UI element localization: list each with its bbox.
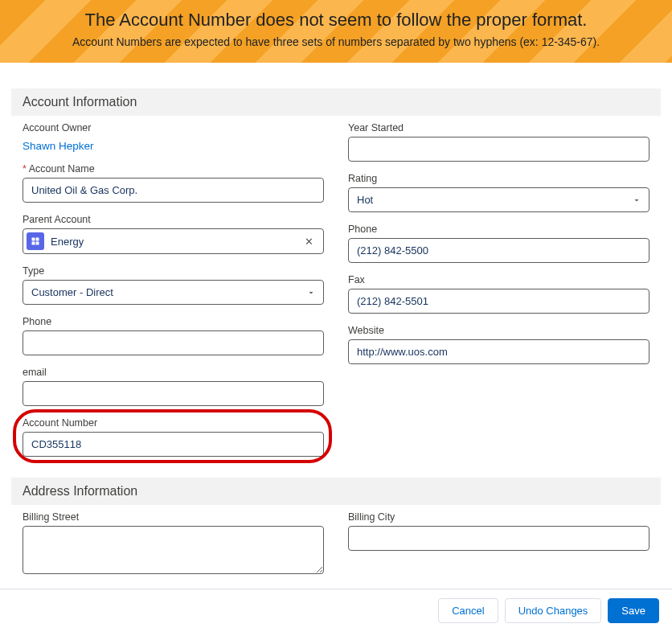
parent-account-value: Energy — [51, 236, 295, 248]
phone-left-input[interactable] — [23, 330, 324, 355]
account-name-input[interactable] — [23, 178, 324, 203]
email-input[interactable] — [23, 381, 324, 406]
label-billing-city: Billing City — [348, 511, 649, 523]
website-input[interactable] — [348, 339, 649, 364]
label-year-started: Year Started — [348, 122, 649, 133]
banner-subtitle: Account Numbers are expected to have thr… — [16, 35, 656, 48]
label-account-number: Account Number — [23, 417, 324, 429]
label-phone-left: Phone — [23, 316, 324, 327]
fax-input[interactable] — [348, 289, 649, 314]
label-parent-account: Parent Account — [23, 214, 324, 225]
section-account-info: Account Information — [11, 88, 661, 116]
footer-bar: Cancel Undo Changes Save — [0, 589, 672, 632]
svg-rect-2 — [32, 242, 35, 245]
label-email: email — [23, 367, 324, 378]
clear-icon[interactable]: ✕ — [301, 234, 317, 249]
phone-right-input[interactable] — [348, 238, 649, 263]
label-account-name: Account Name — [23, 163, 324, 174]
account-icon — [27, 232, 44, 250]
label-billing-street: Billing Street — [23, 511, 324, 523]
undo-changes-button[interactable]: Undo Changes — [505, 598, 602, 623]
account-owner-link[interactable]: Shawn Hepker — [23, 140, 94, 152]
year-started-input[interactable] — [348, 137, 649, 162]
svg-rect-1 — [36, 238, 39, 241]
label-rating: Rating — [348, 173, 649, 184]
billing-city-input[interactable] — [348, 526, 649, 551]
rating-select[interactable]: Hot — [348, 187, 649, 212]
type-select[interactable]: Customer - Direct — [23, 280, 324, 305]
label-phone-right: Phone — [348, 224, 649, 235]
form-scroll-area[interactable]: Account Information Account Owner Shawn … — [0, 79, 672, 587]
label-account-owner: Account Owner — [23, 122, 324, 133]
section-address-info: Address Information — [11, 478, 661, 505]
svg-rect-0 — [32, 238, 35, 241]
label-fax: Fax — [348, 274, 649, 285]
warning-banner: The Account Number does not seem to foll… — [0, 0, 672, 63]
account-number-input[interactable] — [23, 432, 324, 457]
label-type: Type — [23, 265, 324, 277]
billing-street-input[interactable] — [23, 526, 324, 574]
label-website: Website — [348, 325, 649, 336]
save-button[interactable]: Save — [608, 598, 659, 623]
parent-account-lookup[interactable]: Energy ✕ — [23, 228, 324, 254]
banner-title: The Account Number does not seem to foll… — [16, 10, 656, 31]
svg-rect-3 — [36, 242, 39, 245]
cancel-button[interactable]: Cancel — [438, 598, 498, 623]
